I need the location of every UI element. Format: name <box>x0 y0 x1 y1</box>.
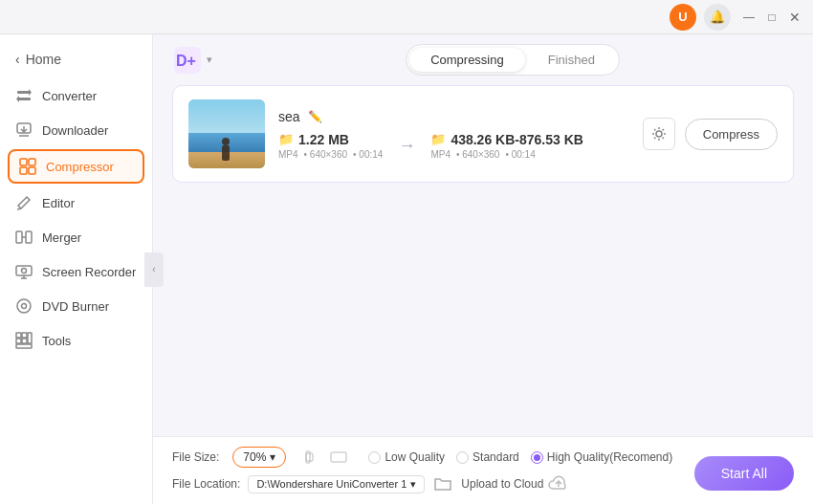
location-dropdown-arrow: ▾ <box>410 478 416 491</box>
original-size-meta: MP4 640×360 00:14 <box>278 149 383 160</box>
file-card: sea ✏️ 📁 1.22 MB MP4 640×360 <box>172 85 794 183</box>
upload-cloud-button[interactable]: Upload to Cloud <box>461 474 569 494</box>
svg-marker-3 <box>16 96 19 102</box>
sidebar-item-dvd-burner[interactable]: DVD Burner <box>0 289 152 323</box>
svg-rect-1 <box>17 98 31 100</box>
quality-standard[interactable]: Standard <box>456 450 519 464</box>
main-content: D+ ▾ Compressing Finished <box>153 34 813 504</box>
compressed-size-meta: MP4 640×360 00:14 <box>430 149 583 160</box>
toolbar: D+ ▾ Compressing Finished <box>153 34 813 85</box>
svg-rect-25 <box>28 333 32 343</box>
thumbnail-image <box>188 99 265 168</box>
merger-label: Merger <box>42 230 81 245</box>
sidebar: ‹ Home Converter <box>0 34 153 504</box>
tab-compressing[interactable]: Compressing <box>409 48 525 72</box>
file-thumbnail <box>188 99 265 168</box>
sidebar-item-compressor[interactable]: Compressor <box>8 149 144 184</box>
user-icon[interactable]: U <box>670 4 696 31</box>
sidebar-back-button[interactable]: ‹ Home <box>0 44 152 75</box>
compressed-format: MP4 <box>430 149 450 160</box>
original-size-block: 📁 1.22 MB MP4 640×360 00:14 <box>278 132 383 160</box>
svg-rect-8 <box>29 159 35 165</box>
svg-rect-0 <box>17 91 31 94</box>
svg-rect-7 <box>20 159 27 165</box>
svg-marker-2 <box>29 89 32 96</box>
screen-recorder-icon <box>15 263 33 280</box>
original-duration: 00:14 <box>353 149 383 160</box>
maximize-button[interactable]: □ <box>763 9 780 26</box>
radio-high <box>531 451 543 464</box>
original-resolution: 640×360 <box>304 149 348 160</box>
titlebar-controls: — □ ✕ <box>740 9 803 26</box>
svg-rect-9 <box>20 167 27 174</box>
edit-icon[interactable]: ✏️ <box>308 110 322 123</box>
tool-logo: D+ ▾ <box>172 45 212 76</box>
tools-label: Tools <box>42 334 71 348</box>
compressed-folder-icon: 📁 <box>430 132 446 146</box>
quality-high[interactable]: High Quality(Recomend) <box>531 450 672 464</box>
file-size-value: 70% <box>243 450 266 464</box>
svg-rect-13 <box>26 231 32 243</box>
converter-icon <box>15 87 33 104</box>
sidebar-item-merger[interactable]: Merger <box>0 220 152 254</box>
sidebar-item-downloader[interactable]: Downloader <box>0 113 152 147</box>
editor-label: Editor <box>42 196 75 210</box>
titlebar-icons: U 🔔 <box>670 4 731 31</box>
folder-open-icon[interactable] <box>432 473 453 494</box>
editor-icon <box>15 194 33 211</box>
bell-icon[interactable]: 🔔 <box>704 4 731 31</box>
arrow-icon: → <box>398 136 415 156</box>
sidebar-item-converter[interactable]: Converter <box>0 78 152 113</box>
converter-label: Converter <box>42 89 97 103</box>
quality-low[interactable]: Low Quality <box>368 450 445 464</box>
file-location-label: File Location: <box>172 477 240 491</box>
svg-rect-12 <box>16 231 22 243</box>
original-format: MP4 <box>278 149 298 160</box>
dvd-burner-label: DVD Burner <box>42 299 109 314</box>
file-info: sea ✏️ 📁 1.22 MB MP4 640×360 <box>278 109 629 160</box>
close-button[interactable]: ✕ <box>786 9 803 26</box>
svg-rect-23 <box>16 339 21 343</box>
tab-group: Compressing Finished <box>406 44 620 76</box>
file-sizes-row: 📁 1.22 MB MP4 640×360 00:14 → <box>278 132 629 160</box>
svg-point-34 <box>656 131 662 137</box>
file-settings-button[interactable] <box>643 118 675 150</box>
sidebar-item-screen-recorder[interactable]: Screen Recorder <box>0 254 152 289</box>
svg-rect-21 <box>16 333 21 338</box>
sidebar-collapse-button[interactable]: ‹ <box>144 252 164 287</box>
file-location-path[interactable]: D:\Wondershare UniConverter 1 ▾ <box>248 475 425 493</box>
tab-finished[interactable]: Finished <box>527 48 616 72</box>
svg-text:D+: D+ <box>176 53 196 69</box>
file-size-select[interactable]: 70% ▾ <box>232 447 286 468</box>
location-path-value: D:\Wondershare UniConverter 1 <box>256 478 406 490</box>
logo-dropdown-arrow[interactable]: ▾ <box>207 54 212 66</box>
file-actions: Compress <box>643 118 778 150</box>
sidebar-item-tools[interactable]: Tools <box>0 323 152 358</box>
image-quality-icons <box>303 447 349 468</box>
home-label: Home <box>26 52 61 67</box>
quality-high-label: High Quality(Recomend) <box>547 450 672 464</box>
file-area: sea ✏️ 📁 1.22 MB MP4 640×360 <box>153 85 813 436</box>
quality-low-label: Low Quality <box>385 450 445 464</box>
minimize-button[interactable]: — <box>740 9 758 26</box>
radio-standard <box>456 451 469 464</box>
sidebar-item-editor[interactable]: Editor <box>0 186 152 220</box>
compressor-label: Compressor <box>46 160 114 174</box>
compress-button[interactable]: Compress <box>685 119 778 150</box>
start-all-button[interactable]: Start All <box>694 456 794 491</box>
dvd-burner-icon <box>15 297 33 315</box>
file-size-label: File Size: <box>172 450 219 464</box>
original-size-value: 1.22 MB <box>298 132 349 147</box>
upload-cloud-label: Upload to Cloud <box>461 477 543 491</box>
quality-options: Low Quality Standard High Quality(Recome… <box>368 450 672 464</box>
radio-low <box>368 451 381 464</box>
compressed-size-block: 📁 438.26 KB-876.53 KB MP4 640×360 00:14 <box>430 132 583 160</box>
compressor-icon <box>19 158 36 175</box>
compressed-size-value: 438.26 KB-876.53 KB <box>450 132 583 147</box>
bottom-bar-wrapper: File Size: 70% ▾ <box>153 436 813 504</box>
svg-rect-15 <box>16 266 32 275</box>
svg-point-18 <box>22 269 27 274</box>
svg-rect-26 <box>16 344 32 348</box>
svg-point-33 <box>222 138 230 145</box>
svg-point-20 <box>22 304 27 309</box>
